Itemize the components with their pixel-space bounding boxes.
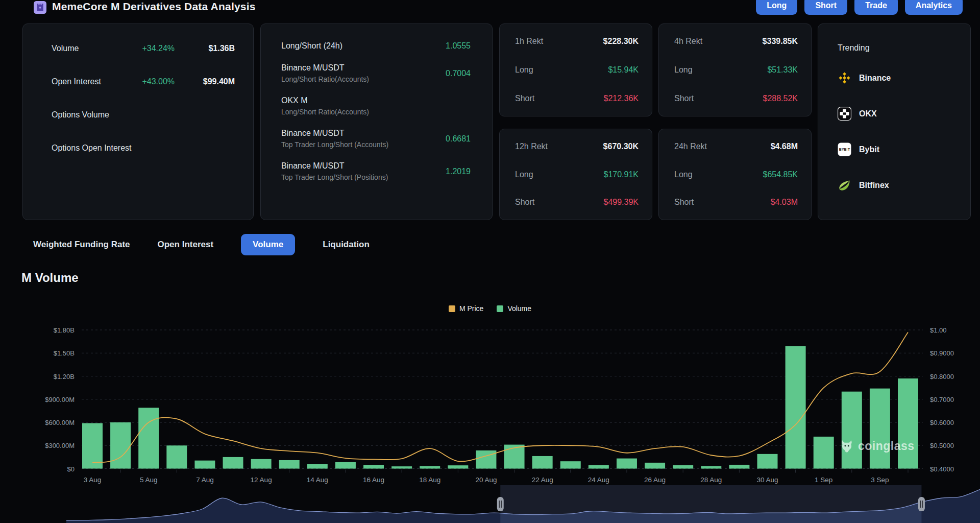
ratio-subtitle: Long/Short Ratio(Accounts): [281, 75, 369, 83]
rekt-long-label: Long: [674, 65, 693, 75]
volume-bar: [729, 465, 749, 469]
rekt-long-label: Long: [674, 170, 693, 179]
stat-row-options-open-interest[interactable]: Options Open Interest: [52, 144, 235, 153]
trending-panel: Trending Binance: [818, 23, 971, 220]
ratio-row-toptrader-positions[interactable]: Binance M/USDT Top Trader Long/Short (Po…: [281, 161, 471, 181]
binance-icon: [838, 71, 851, 85]
ratio-subtitle: Long/Short Ratio(Accounts): [281, 108, 369, 116]
svg-text:$0.8000: $0.8000: [930, 373, 954, 381]
analytics-button[interactable]: Analytics: [905, 0, 963, 15]
trending-item-okx[interactable]: OKX: [838, 107, 960, 121]
volume-bar: [701, 466, 721, 469]
svg-text:30 Aug: 30 Aug: [756, 476, 778, 484]
volume-bar: [448, 465, 468, 468]
ratio-value: 0.7004: [446, 69, 471, 78]
tab-weighted-funding-rate[interactable]: Weighted Funding Rate: [33, 240, 130, 250]
svg-text:$0.4000: $0.4000: [930, 465, 954, 473]
ratio-value: 0.6681: [446, 134, 471, 144]
svg-text:7 Aug: 7 Aug: [196, 476, 214, 484]
rekt-short-label: Short: [515, 198, 534, 207]
stat-row-open-interest[interactable]: Open Interest +43.00% $99.40M: [52, 77, 235, 86]
stat-row-options-volume[interactable]: Options Volume: [52, 110, 235, 120]
navigator-handle-left[interactable]: [497, 497, 504, 511]
svg-text:26 Aug: 26 Aug: [644, 476, 666, 484]
rekt-short-label: Short: [674, 198, 694, 207]
chart-tabs: Weighted Funding Rate Open Interest Volu…: [33, 234, 370, 255]
volume-bar: [645, 463, 665, 469]
navigator-handle-right[interactable]: [918, 497, 925, 511]
trending-item-binance[interactable]: Binance: [838, 71, 960, 85]
volume-bar: [786, 346, 806, 469]
stat-change: +34.24%: [142, 44, 175, 53]
navigator-selection[interactable]: [500, 485, 921, 523]
volume-bar: [194, 461, 215, 469]
ratio-subtitle: Top Trader Long/Short (Accounts): [281, 140, 388, 149]
short-button[interactable]: Short: [804, 0, 847, 15]
tab-volume[interactable]: Volume: [241, 234, 295, 255]
volume-bar: [560, 461, 581, 468]
volume-bar: [82, 423, 103, 469]
ratio-title: Long/Short (24h): [281, 41, 342, 51]
stat-row-volume[interactable]: Volume +34.24% $1.36B: [52, 44, 235, 53]
svg-text:$0.9000: $0.9000: [930, 349, 954, 357]
rekt-panel-12h: 12h Rekt$670.30K Long$170.91K Short$499.…: [499, 129, 652, 220]
svg-text:20 Aug: 20 Aug: [475, 476, 497, 484]
ratio-row-okx-accounts[interactable]: OKX M Long/Short Ratio(Accounts): [281, 96, 471, 116]
trade-button[interactable]: Trade: [854, 0, 898, 15]
market-stats-panel: Volume +34.24% $1.36B Open Interest +43.…: [22, 23, 254, 220]
svg-text:$0.7000: $0.7000: [930, 396, 954, 403]
tab-liquidation[interactable]: Liquidation: [323, 240, 370, 250]
svg-text:$300.00M: $300.00M: [45, 442, 75, 449]
rekt-panel-1h: 1h Rekt$228.30K Long$15.94K Short$212.36…: [499, 23, 652, 116]
svg-text:$1.20B: $1.20B: [54, 373, 75, 381]
rekt-title: 4h Rekt: [674, 37, 702, 46]
svg-text:3 Aug: 3 Aug: [84, 476, 102, 484]
trending-item-bybit[interactable]: BYB!T Bybit: [838, 142, 960, 156]
ratio-subtitle: Top Trader Long/Short (Positions): [281, 173, 388, 181]
rekt-short-value: $212.36K: [603, 94, 639, 103]
page: MemeCore M Derivatives Data Analysis Lon…: [0, 0, 980, 523]
volume-bar: [589, 465, 609, 469]
svg-text:12 Aug: 12 Aug: [251, 476, 272, 484]
ratio-row-binance-accounts[interactable]: Binance M/USDT Long/Short Ratio(Accounts…: [281, 63, 471, 83]
rekt-long-value: $170.91K: [603, 170, 639, 179]
volume-bar: [842, 392, 862, 469]
svg-text:$1.50B: $1.50B: [54, 349, 75, 357]
volume-price-chart: $1.80B$1.00$1.50B$0.9000$1.20B$0.8000$90…: [0, 283, 980, 523]
trending-item-label: OKX: [859, 109, 877, 118]
stat-value: $99.40M: [182, 77, 235, 86]
rekt-long-label: Long: [515, 170, 533, 179]
ratio-row-toptrader-accounts[interactable]: Binance M/USDT Top Trader Long/Short (Ac…: [281, 129, 471, 149]
volume-bar: [532, 456, 553, 469]
ratio-row-longshort-24h[interactable]: Long/Short (24h) 1.0555: [281, 41, 471, 51]
trending-item-label: Binance: [859, 74, 891, 83]
stat-label: Options Volume: [52, 110, 175, 120]
header: MemeCore M Derivatives Data Analysis Lon…: [0, 0, 980, 17]
tab-open-interest[interactable]: Open Interest: [158, 240, 214, 250]
volume-bar: [757, 454, 777, 469]
stat-value: $1.36B: [182, 44, 235, 53]
ratio-title: Binance M/USDT: [281, 129, 388, 138]
bitfinex-icon: [838, 178, 851, 192]
svg-text:18 Aug: 18 Aug: [419, 476, 440, 484]
memecore-castle-icon: [34, 1, 46, 14]
svg-text:$1.00: $1.00: [930, 326, 947, 334]
trending-item-bitfinex[interactable]: Bitfinex: [838, 178, 960, 192]
volume-bar: [223, 457, 243, 469]
header-actions: Long Short Trade Analytics: [756, 0, 963, 15]
rekt-total: $228.30K: [603, 37, 639, 46]
svg-text:$900.00M: $900.00M: [45, 396, 75, 403]
rekt-long-value: $51.33K: [767, 65, 798, 75]
long-button[interactable]: Long: [756, 0, 797, 15]
volume-bar: [420, 466, 440, 469]
ratio-title: OKX M: [281, 96, 369, 105]
volume-bar: [673, 465, 693, 469]
volume-bar: [138, 408, 159, 468]
rekt-panel-24h: 24h Rekt$4.68M Long$654.85K Short$4.03M: [658, 129, 812, 220]
volume-bar: [363, 465, 384, 468]
trending-title: Trending: [838, 43, 960, 53]
rekt-long-label: Long: [515, 65, 533, 75]
svg-text:BYB!T: BYB!T: [839, 148, 850, 151]
stat-label: Open Interest: [52, 77, 142, 86]
rekt-title: 1h Rekt: [515, 37, 543, 46]
